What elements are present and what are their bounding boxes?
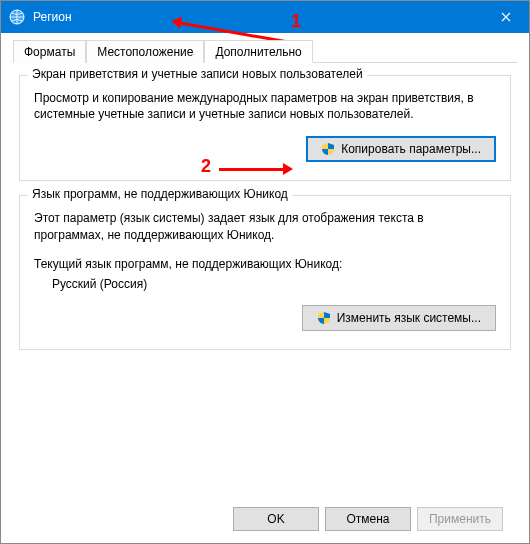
close-button[interactable] <box>483 1 529 33</box>
group-welcome-screen: Экран приветствия и учетные записи новых… <box>19 75 511 181</box>
cancel-button[interactable]: Отмена <box>325 507 411 531</box>
tab-formats[interactable]: Форматы <box>13 40 86 63</box>
apply-button[interactable]: Применить <box>417 507 503 531</box>
group-desc: Просмотр и копирование международных пар… <box>34 90 496 122</box>
tab-content: Экран приветствия и учетные записи новых… <box>13 63 517 497</box>
tab-location[interactable]: Местоположение <box>86 40 204 63</box>
button-label: Копировать параметры... <box>341 142 481 156</box>
window-title: Регион <box>33 10 72 24</box>
client-area: Форматы Местоположение Дополнительно Экр… <box>1 33 529 543</box>
group-legend: Экран приветствия и учетные записи новых… <box>28 67 367 81</box>
dialog-footer: OK Отмена Применить <box>13 497 517 543</box>
ok-button[interactable]: OK <box>233 507 319 531</box>
button-label: Изменить язык системы... <box>337 311 481 325</box>
group-non-unicode: Язык программ, не поддерживающих Юникод … <box>19 195 511 349</box>
copy-settings-button[interactable]: Копировать параметры... <box>306 136 496 162</box>
titlebar: Регион <box>1 1 529 33</box>
shield-icon <box>317 311 331 325</box>
tab-administrative[interactable]: Дополнительно <box>204 40 312 63</box>
shield-icon <box>321 142 335 156</box>
annotation-1: 1 <box>291 11 301 32</box>
tab-row: Форматы Местоположение Дополнительно <box>13 39 517 63</box>
change-system-locale-button[interactable]: Изменить язык системы... <box>302 305 496 331</box>
current-language-value: Русский (Россия) <box>52 277 496 291</box>
region-dialog: Регион 1 2 Форматы Местоположение Дополн… <box>0 0 530 544</box>
current-language-label: Текущий язык программ, не поддерживающих… <box>34 257 496 271</box>
globe-icon <box>9 9 25 25</box>
group-legend: Язык программ, не поддерживающих Юникод <box>28 187 292 201</box>
group-desc: Этот параметр (язык системы) задает язык… <box>34 210 496 242</box>
